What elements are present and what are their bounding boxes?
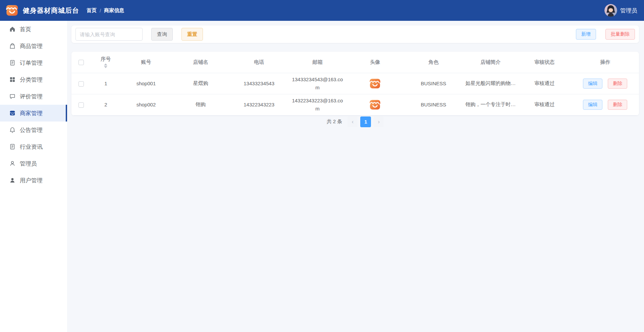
document-icon [9,144,15,150]
merchants-table-card: 序号 账号 店铺名 电话 邮箱 头像 角色 店铺简介 [71,52,639,115]
sidebar-item-orders[interactable]: 订单管理 [0,54,67,71]
table-row: 1 shop001 星熠购 13433234543 13433234543@16… [71,73,639,94]
cell-email: 13433234543@163.com [291,76,344,91]
app-logo-icon [5,4,19,17]
sidebar-item-label: 管理员 [20,160,37,168]
storefront-icon [9,110,15,116]
column-header-intro: 店铺简介 [464,52,518,73]
column-header-email: 邮箱 [288,52,346,73]
cell-audit-status: 审核通过 [518,73,572,94]
breadcrumb: 首页 / 商家信息 [87,7,124,14]
main-content: 查询 重置 新增 批量删除 [67,21,644,332]
person-outline-icon [9,160,15,167]
select-all-checkbox[interactable] [78,60,84,65]
chevron-left-icon[interactable]: ‹ [347,117,358,127]
top-header: 健身器材商城后台 首页 / 商家信息 管理员 [0,0,644,21]
column-header-shop-name: 店铺名 [171,52,230,73]
row-checkbox[interactable] [78,102,84,108]
sidebar-item-categories[interactable]: 分类管理 [0,71,67,88]
sidebar-item-label: 首页 [20,26,31,33]
add-button[interactable]: 新增 [576,29,596,40]
document-icon [9,60,15,66]
user-avatar [604,4,617,17]
column-header-phone: 电话 [230,52,288,73]
sidebar-item-label: 行业资讯 [20,143,43,151]
batch-delete-button[interactable]: 批量删除 [605,29,635,40]
column-header-audit-status: 审核状态 [518,52,572,73]
cell-phone: 13433234543 [230,73,288,94]
query-button[interactable]: 查询 [151,28,173,41]
pagination-total: 共 2 条 [327,118,342,125]
merchants-table: 序号 账号 店铺名 电话 邮箱 头像 角色 店铺简介 [71,52,639,115]
column-header-role: 角色 [404,52,464,73]
home-icon [9,26,15,33]
sidebar-item-products[interactable]: 商品管理 [0,38,67,54]
cell-shop-name: 星熠购 [171,73,230,94]
column-header-avatar: 头像 [347,52,404,73]
cell-intro: 如星光般闪耀的购物… [464,80,518,87]
user-menu[interactable]: 管理员 [604,4,637,17]
sidebar-item-label: 用户管理 [20,177,43,184]
table-row: 2 shop002 翎购 14322343223 14322343223@163… [71,94,639,115]
sidebar-item-reviews[interactable]: 评价管理 [0,88,67,105]
chat-bubble-icon [9,93,15,100]
breadcrumb-separator: / [100,8,101,13]
app-title: 健身器材商城后台 [23,6,79,15]
pagination: 共 2 条 ‹ 1 › [71,116,639,127]
account-search-input[interactable] [75,28,143,41]
breadcrumb-home[interactable]: 首页 [87,7,97,14]
sidebar-item-merchants[interactable]: 商家管理 [0,105,67,122]
user-name: 管理员 [620,7,637,14]
column-header-account: 账号 [121,52,171,73]
sidebar-item-announcements[interactable]: 公告管理 [0,122,67,138]
sidebar-item-label: 分类管理 [20,76,43,84]
sidebar-item-label: 商品管理 [20,42,43,50]
column-header-index-sortable[interactable]: 序号 [91,56,121,68]
cell-phone: 14322343223 [230,94,288,115]
sidebar-item-home[interactable]: 首页 [0,21,67,38]
pagination-page-1[interactable]: 1 [360,116,371,127]
shop-avatar-icon [368,78,382,90]
shop-avatar-icon [368,99,382,111]
row-checkbox[interactable] [78,81,84,87]
cell-shop-name: 翎购 [171,94,230,115]
sidebar-item-label: 订单管理 [20,59,43,67]
sidebar-item-industry-news[interactable]: 行业资讯 [0,138,67,155]
cell-role: BUSINESS [404,94,464,115]
sidebar-item-label: 评价管理 [20,93,43,100]
shopping-bag-icon [9,43,15,49]
bell-icon [9,127,15,133]
cell-email: 14322343223@163.com [291,97,344,112]
cell-index: 1 [91,73,121,94]
sidebar-item-users[interactable]: 用户管理 [0,172,67,189]
cell-account: shop001 [121,73,171,94]
sort-carets-icon[interactable] [104,63,107,68]
cell-intro: 翎购，一个专注于时… [464,101,518,108]
sidebar-item-label: 公告管理 [20,126,43,134]
chevron-right-icon[interactable]: › [374,117,384,127]
cell-role: BUSINESS [404,73,464,94]
cell-index: 2 [91,94,121,115]
toolbar: 查询 重置 新增 批量删除 [71,26,639,43]
delete-button[interactable]: 删除 [608,100,627,110]
edit-button[interactable]: 编辑 [583,79,602,89]
edit-button[interactable]: 编辑 [583,100,602,110]
sidebar-item-label: 商家管理 [20,109,43,117]
grid-icon [9,77,15,83]
breadcrumb-current: 商家信息 [104,7,124,14]
sidebar-item-admins[interactable]: 管理员 [0,155,67,172]
cell-account: shop002 [121,94,171,115]
reset-button[interactable]: 重置 [181,28,203,41]
cell-audit-status: 审核通过 [518,94,572,115]
sidebar: 首页 商品管理 订单管理 分类管理 评价管理 [0,21,67,332]
table-header-row: 序号 账号 店铺名 电话 邮箱 头像 角色 店铺简介 [71,52,639,73]
column-header-actions: 操作 [572,52,639,73]
person-filled-icon [9,177,15,184]
delete-button[interactable]: 删除 [608,79,627,89]
